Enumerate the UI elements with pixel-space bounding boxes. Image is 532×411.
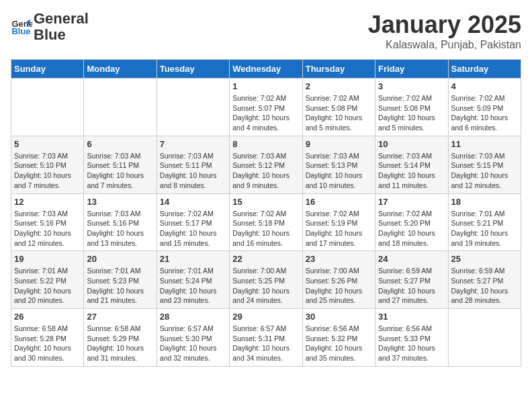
day-info: Sunrise: 7:01 AM Sunset: 5:24 PM Dayligh… <box>160 266 226 306</box>
day-number: 1 <box>232 81 299 91</box>
day-number: 12 <box>14 197 81 207</box>
weekday-header-monday: Monday <box>84 60 157 79</box>
day-info: Sunrise: 7:00 AM Sunset: 5:25 PM Dayligh… <box>232 266 299 306</box>
calendar-cell: 5Sunrise: 7:03 AM Sunset: 5:10 PM Daylig… <box>11 136 84 193</box>
day-info: Sunrise: 7:01 AM Sunset: 5:22 PM Dayligh… <box>14 266 81 306</box>
day-info: Sunrise: 6:57 AM Sunset: 5:31 PM Dayligh… <box>232 324 299 363</box>
day-info: Sunrise: 7:02 AM Sunset: 5:09 PM Dayligh… <box>451 93 518 133</box>
calendar-cell: 30Sunrise: 6:56 AM Sunset: 5:32 PM Dayli… <box>302 309 375 367</box>
calendar-cell: 23Sunrise: 7:00 AM Sunset: 5:26 PM Dayli… <box>302 251 375 309</box>
weekday-header-saturday: Saturday <box>448 60 521 79</box>
calendar-cell: 10Sunrise: 7:03 AM Sunset: 5:14 PM Dayli… <box>375 136 448 193</box>
weekday-header-tuesday: Tuesday <box>157 60 229 79</box>
calendar-cell: 26Sunrise: 6:58 AM Sunset: 5:28 PM Dayli… <box>11 309 84 367</box>
logo: General Blue General Blue <box>11 11 89 43</box>
weekday-header-wednesday: Wednesday <box>230 60 302 79</box>
weekday-header-sunday: Sunday <box>11 60 84 79</box>
calendar-cell: 12Sunrise: 7:03 AM Sunset: 5:16 PM Dayli… <box>11 193 84 251</box>
calendar-cell: 2Sunrise: 7:02 AM Sunset: 5:08 PM Daylig… <box>302 79 375 136</box>
weekday-header-friday: Friday <box>375 60 448 79</box>
calendar-cell <box>84 79 157 136</box>
calendar-cell: 25Sunrise: 6:59 AM Sunset: 5:27 PM Dayli… <box>448 251 521 309</box>
calendar-table: SundayMondayTuesdayWednesdayThursdayFrid… <box>11 59 521 367</box>
calendar-cell: 17Sunrise: 7:02 AM Sunset: 5:20 PM Dayli… <box>375 193 448 251</box>
day-info: Sunrise: 6:59 AM Sunset: 5:27 PM Dayligh… <box>378 266 445 306</box>
day-info: Sunrise: 6:56 AM Sunset: 5:32 PM Dayligh… <box>306 324 372 363</box>
page-header: General Blue General Blue January 2025 K… <box>11 11 521 51</box>
day-info: Sunrise: 7:03 AM Sunset: 5:12 PM Dayligh… <box>232 151 299 191</box>
day-number: 19 <box>14 254 81 264</box>
day-info: Sunrise: 7:03 AM Sunset: 5:11 PM Dayligh… <box>160 151 226 191</box>
day-info: Sunrise: 6:56 AM Sunset: 5:33 PM Dayligh… <box>378 324 445 363</box>
logo-icon: General Blue <box>11 16 32 38</box>
day-info: Sunrise: 7:03 AM Sunset: 5:14 PM Dayligh… <box>378 151 445 191</box>
day-number: 30 <box>306 312 372 322</box>
day-info: Sunrise: 6:58 AM Sunset: 5:28 PM Dayligh… <box>14 324 81 363</box>
day-info: Sunrise: 7:03 AM Sunset: 5:13 PM Dayligh… <box>306 151 372 191</box>
month-title: January 2025 <box>368 11 521 39</box>
day-info: Sunrise: 7:03 AM Sunset: 5:16 PM Dayligh… <box>87 209 153 248</box>
calendar-cell: 11Sunrise: 7:03 AM Sunset: 5:15 PM Dayli… <box>448 136 521 193</box>
day-info: Sunrise: 7:02 AM Sunset: 5:17 PM Dayligh… <box>160 209 226 248</box>
day-info: Sunrise: 7:02 AM Sunset: 5:08 PM Dayligh… <box>306 93 372 133</box>
day-info: Sunrise: 6:57 AM Sunset: 5:30 PM Dayligh… <box>160 324 226 363</box>
day-number: 20 <box>87 254 153 264</box>
day-number: 17 <box>378 197 445 207</box>
day-number: 16 <box>306 197 372 207</box>
svg-text:Blue: Blue <box>12 26 31 36</box>
calendar-week-row: 26Sunrise: 6:58 AM Sunset: 5:28 PM Dayli… <box>11 309 521 367</box>
calendar-cell: 27Sunrise: 6:58 AM Sunset: 5:29 PM Dayli… <box>84 309 157 367</box>
calendar-week-row: 5Sunrise: 7:03 AM Sunset: 5:10 PM Daylig… <box>11 136 521 193</box>
day-number: 7 <box>160 139 226 149</box>
calendar-cell: 29Sunrise: 6:57 AM Sunset: 5:31 PM Dayli… <box>230 309 302 367</box>
calendar-week-row: 19Sunrise: 7:01 AM Sunset: 5:22 PM Dayli… <box>11 251 521 309</box>
calendar-cell: 20Sunrise: 7:01 AM Sunset: 5:23 PM Dayli… <box>84 251 157 309</box>
calendar-cell: 7Sunrise: 7:03 AM Sunset: 5:11 PM Daylig… <box>157 136 229 193</box>
calendar-cell: 21Sunrise: 7:01 AM Sunset: 5:24 PM Dayli… <box>157 251 229 309</box>
day-number: 15 <box>232 197 299 207</box>
day-number: 22 <box>232 254 299 264</box>
day-number: 26 <box>14 312 81 322</box>
day-number: 11 <box>451 139 518 149</box>
day-number: 27 <box>87 312 153 322</box>
calendar-cell: 22Sunrise: 7:00 AM Sunset: 5:25 PM Dayli… <box>230 251 302 309</box>
calendar-cell <box>448 309 521 367</box>
calendar-cell <box>157 79 229 136</box>
day-info: Sunrise: 7:02 AM Sunset: 5:20 PM Dayligh… <box>378 209 445 248</box>
day-number: 9 <box>306 139 372 149</box>
calendar-cell: 16Sunrise: 7:02 AM Sunset: 5:19 PM Dayli… <box>302 193 375 251</box>
day-number: 28 <box>160 312 226 322</box>
day-number: 18 <box>451 197 518 207</box>
logo-blue-text: Blue <box>34 26 66 43</box>
calendar-cell: 3Sunrise: 7:02 AM Sunset: 5:08 PM Daylig… <box>375 79 448 136</box>
day-info: Sunrise: 7:02 AM Sunset: 5:07 PM Dayligh… <box>232 93 299 133</box>
day-number: 2 <box>306 81 372 91</box>
day-info: Sunrise: 7:02 AM Sunset: 5:19 PM Dayligh… <box>306 209 372 248</box>
calendar-cell: 8Sunrise: 7:03 AM Sunset: 5:12 PM Daylig… <box>230 136 302 193</box>
day-info: Sunrise: 7:03 AM Sunset: 5:16 PM Dayligh… <box>14 209 81 248</box>
day-info: Sunrise: 7:03 AM Sunset: 5:10 PM Dayligh… <box>14 151 81 191</box>
logo-general-text: General <box>34 10 89 27</box>
calendar-cell: 13Sunrise: 7:03 AM Sunset: 5:16 PM Dayli… <box>84 193 157 251</box>
calendar-cell: 14Sunrise: 7:02 AM Sunset: 5:17 PM Dayli… <box>157 193 229 251</box>
day-info: Sunrise: 7:00 AM Sunset: 5:26 PM Dayligh… <box>306 266 372 306</box>
day-number: 29 <box>232 312 299 322</box>
calendar-cell: 4Sunrise: 7:02 AM Sunset: 5:09 PM Daylig… <box>448 79 521 136</box>
day-number: 21 <box>160 254 226 264</box>
calendar-cell: 24Sunrise: 6:59 AM Sunset: 5:27 PM Dayli… <box>375 251 448 309</box>
calendar-cell <box>11 79 84 136</box>
day-number: 5 <box>14 139 81 149</box>
day-info: Sunrise: 7:03 AM Sunset: 5:15 PM Dayligh… <box>451 151 518 191</box>
day-info: Sunrise: 6:59 AM Sunset: 5:27 PM Dayligh… <box>451 266 518 306</box>
calendar-cell: 31Sunrise: 6:56 AM Sunset: 5:33 PM Dayli… <box>375 309 448 367</box>
calendar-cell: 1Sunrise: 7:02 AM Sunset: 5:07 PM Daylig… <box>230 79 302 136</box>
calendar-week-row: 1Sunrise: 7:02 AM Sunset: 5:07 PM Daylig… <box>11 79 521 136</box>
day-info: Sunrise: 7:02 AM Sunset: 5:18 PM Dayligh… <box>232 209 299 248</box>
day-number: 25 <box>451 254 518 264</box>
calendar-cell: 19Sunrise: 7:01 AM Sunset: 5:22 PM Dayli… <box>11 251 84 309</box>
calendar-cell: 9Sunrise: 7:03 AM Sunset: 5:13 PM Daylig… <box>302 136 375 193</box>
day-number: 24 <box>378 254 445 264</box>
day-number: 10 <box>378 139 445 149</box>
day-number: 3 <box>378 81 445 91</box>
day-info: Sunrise: 7:03 AM Sunset: 5:11 PM Dayligh… <box>87 151 153 191</box>
